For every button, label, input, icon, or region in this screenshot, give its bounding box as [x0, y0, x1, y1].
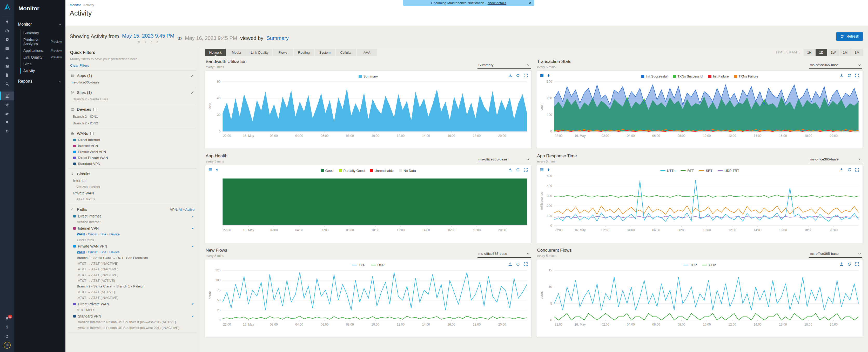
refresh-chart-icon[interactable] — [516, 168, 520, 172]
edit-pencil-icon[interactable] — [190, 74, 194, 78]
tab-routing[interactable]: Routing — [294, 49, 314, 56]
pagination-arrow-2[interactable]: › — [151, 40, 152, 43]
refresh-chart-icon[interactable] — [516, 262, 520, 267]
timeframe-1m[interactable]: 1M — [839, 49, 851, 56]
legend-item[interactable]: SRT — [699, 169, 712, 173]
sidebar-item-applications[interactable]: ApplicationsPreview — [21, 47, 65, 54]
rail-item-lightbulb[interactable] — [0, 17, 14, 27]
circuit-group[interactable]: Private WAN — [73, 191, 194, 195]
table-view-icon[interactable] — [539, 168, 544, 172]
path-filter-link-site[interactable]: Site — [100, 250, 106, 254]
viewed-by-link[interactable]: Summary — [267, 35, 289, 41]
chart-plot[interactable]: 020406022:0016. May02:0004:0006:0008:001… — [208, 79, 529, 144]
close-icon[interactable] — [528, 1, 532, 5]
path-sub-item[interactable]: Verizon Internet to Prisma US Southwest … — [78, 320, 194, 324]
from-date-picker[interactable]: May 15, 2023 9:45 PM — [122, 33, 174, 39]
circuit-group[interactable]: Internet — [73, 179, 194, 183]
path-group[interactable]: Direct Private WAN — [73, 302, 194, 306]
path-filter-link-wan[interactable]: WAN — [77, 250, 85, 254]
legend-item[interactable]: TXNs Failure — [734, 74, 758, 78]
rail-item-bell-alert[interactable] — [0, 118, 14, 127]
wans-checkbox[interactable] — [90, 132, 94, 135]
timeframe-3m[interactable]: 3M — [851, 49, 863, 56]
wan-item[interactable]: Internet VPN — [73, 144, 194, 148]
chevron-down-icon[interactable] — [191, 215, 194, 218]
rail-item-clouds[interactable] — [0, 109, 14, 118]
rail-item-user[interactable] — [0, 332, 14, 341]
filter-paths-link[interactable]: Filter Paths — [77, 238, 194, 242]
legend-item[interactable]: Init Successful — [641, 74, 668, 78]
pagination-arrow-3[interactable]: » — [156, 40, 158, 43]
path-sub-item[interactable]: AT&T → AT&T (INACTIVE) — [78, 261, 194, 266]
apps-item[interactable]: ms-office365-base — [71, 80, 194, 84]
download-icon[interactable] — [839, 262, 844, 267]
circuit-item[interactable]: Verizon Internet — [76, 185, 194, 189]
table-view-icon[interactable] — [539, 73, 544, 78]
vpn-all-link[interactable]: All — [179, 208, 182, 212]
rail-item-search[interactable] — [0, 79, 14, 88]
legend-item[interactable]: Good — [321, 169, 334, 173]
tab-system[interactable]: System — [315, 49, 335, 56]
download-icon[interactable] — [839, 73, 844, 78]
chart-plot[interactable]: 010020030022:0016. May02:0004:0006:0008:… — [539, 79, 861, 144]
chart-scope-dropdown[interactable]: ms-office365-base — [477, 252, 531, 258]
tab-media[interactable]: Media — [226, 49, 247, 56]
legend-item[interactable]: Partially Good — [339, 169, 365, 173]
legend-item[interactable]: NTTn — [660, 169, 676, 173]
path-filter-link-circuit[interactable]: Circuit — [88, 250, 97, 254]
expand-icon[interactable] — [523, 262, 528, 267]
refresh-chart-icon[interactable] — [847, 262, 851, 267]
chart-scope-dropdown[interactable]: Summary — [477, 63, 531, 69]
rail-item-layout-grid[interactable] — [0, 62, 14, 71]
lightning-icon[interactable] — [546, 73, 551, 78]
path-sub-item[interactable]: AT&T → AT&T (ACTIVE) — [78, 290, 194, 294]
refresh-chart-icon[interactable] — [847, 168, 851, 172]
pagination-arrow-0[interactable]: « — [138, 40, 140, 43]
path-group[interactable]: Private WAN VPN — [73, 244, 194, 248]
vpn-active-link[interactable]: Active — [185, 208, 194, 212]
lightning-icon[interactable] — [215, 168, 219, 172]
chevron-down-icon[interactable] — [191, 303, 194, 306]
legend-item[interactable]: TCP — [683, 263, 697, 267]
sidebar-item-activity[interactable]: Activity — [21, 67, 65, 74]
path-group[interactable]: Internet VPN — [73, 226, 194, 231]
devices-item[interactable]: Branch 2 - ION1 — [73, 114, 194, 118]
rail-item-gauge[interactable] — [0, 27, 14, 35]
wan-item[interactable]: Direct Private WAN — [73, 156, 194, 160]
tab-network[interactable]: Network — [205, 49, 226, 56]
clear-filters-link[interactable]: Clear Filters — [70, 64, 89, 67]
legend-item[interactable]: No Data — [399, 169, 416, 173]
rail-item-shield-check[interactable] — [0, 35, 14, 44]
rail-item-notifications-bell[interactable]: 61 — [0, 314, 14, 323]
path-endpoint-pair[interactable]: Branch 2 - Santa Clara ↔ Branch 1 - Rale… — [77, 284, 194, 288]
download-icon[interactable] — [508, 168, 513, 172]
legend-item[interactable]: Init Failure — [708, 74, 729, 78]
chevron-down-icon[interactable] — [191, 315, 194, 318]
path-group[interactable]: Direct Internet — [73, 214, 194, 218]
timeframe-1h[interactable]: 1H — [804, 49, 815, 56]
legend-item[interactable]: UDP — [702, 263, 716, 267]
sites-item[interactable]: Branch 2 - Santa Clara — [73, 97, 194, 101]
path-filter-link-device[interactable]: Device — [109, 232, 120, 236]
lightning-icon[interactable] — [546, 168, 551, 172]
expand-icon[interactable] — [523, 168, 528, 172]
rail-item-siren[interactable] — [0, 53, 14, 62]
path-sub-item[interactable]: AT&T → AT&T (INACTIVE) — [78, 296, 194, 300]
chart-plot[interactable]: 05101522:0016. May02:0004:0006:0008:0010… — [539, 268, 861, 332]
path-filter-link-device[interactable]: Device — [109, 250, 120, 254]
legend-item[interactable]: Summary — [359, 74, 378, 78]
devices-checkbox[interactable] — [93, 108, 97, 111]
wan-item[interactable]: Direct Internet — [73, 138, 194, 142]
path-sub-item[interactable]: AT&T MPLS — [77, 308, 194, 312]
tab-link-quality[interactable]: Link Quality — [247, 49, 272, 56]
chart-scope-dropdown[interactable]: ms-office365-base — [477, 157, 531, 163]
expand-icon[interactable] — [523, 73, 528, 78]
pagination-arrow-1[interactable]: ‹ — [145, 40, 146, 43]
rail-item-avatar[interactable]: CI — [0, 341, 14, 349]
tab-aaa[interactable]: AAA — [357, 49, 377, 56]
download-icon[interactable] — [508, 73, 513, 78]
table-view-icon[interactable] — [208, 168, 213, 172]
breadcrumb-parent-link[interactable]: Monitor — [70, 3, 81, 7]
sidebar-item-predictive-analytics[interactable]: Predictive AnalyticsPreview — [21, 36, 65, 47]
to-date-picker[interactable]: May 16, 2023 9:45 PM — [185, 35, 237, 41]
